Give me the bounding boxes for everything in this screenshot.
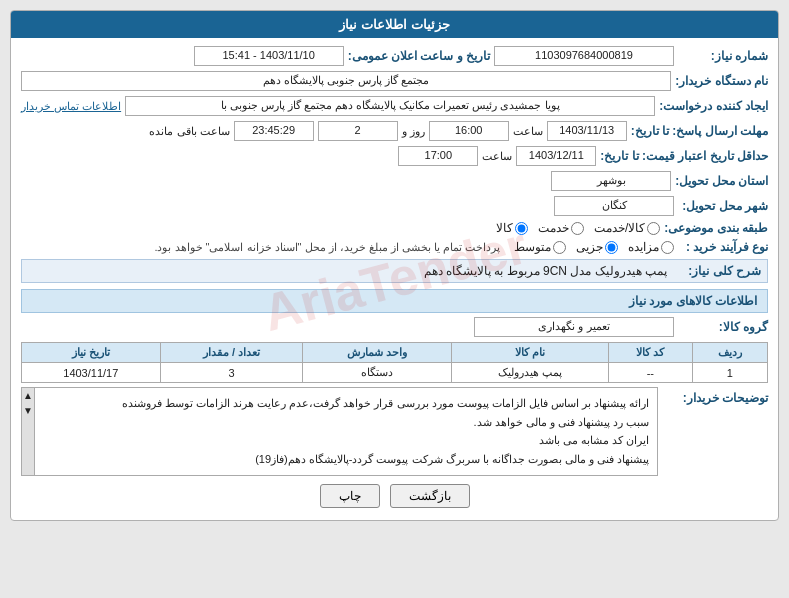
hadaqalSaat-value: 17:00 [398, 146, 478, 166]
radio-jozi[interactable]: جزیی [576, 240, 618, 254]
ijadKonande-label: ایجاد کننده درخواست: [659, 99, 768, 113]
back-button[interactable]: بازگشت [390, 484, 470, 508]
mohlatRooz-value: 2 [318, 121, 398, 141]
scroll-indicator: ▲ ▼ [21, 387, 35, 476]
ettelaatKala-title: اطلاعات کالاهای مورد نیاز [21, 289, 768, 313]
shahr-value: کنگان [554, 196, 674, 216]
tabaqebandi-radio-group: کالا خدمت کالا/خدمت [496, 221, 660, 235]
radio-mozayede[interactable]: مزایده [628, 240, 674, 254]
col-tarikh: تاریخ نیاز [22, 343, 161, 363]
sharh-label: شرح کلی نیاز: [671, 264, 761, 278]
namDastgah-value: مجتمع گاز پارس جنوبی پالایشگاه دهم [21, 71, 671, 91]
ostan-value: بوشهر [551, 171, 671, 191]
print-button[interactable]: چاپ [320, 484, 380, 508]
tarikh-value: 1403/11/10 - 15:41 [194, 46, 344, 66]
mohlatRooz-label: روز و [402, 125, 425, 138]
tozi-box: ارائه پیشنهاد بر اساس فایل الزامات پیوست… [21, 387, 658, 476]
panel-header: جزئیات اطلاعات نیاز [11, 11, 778, 38]
col-namKala: نام کالا [452, 343, 609, 363]
shahr-label: شهر محل تحویل: [678, 199, 768, 213]
ostan-label: استان محل تحویل: [675, 174, 768, 188]
mohlatSaatMande-label: ساعت باقی مانده [149, 125, 229, 138]
noeFarayand-radio-group: متوسط جزیی مزایده [514, 240, 674, 254]
panel-title: جزئیات اطلاعات نیاز [339, 17, 449, 32]
tozi-label: توضیحات خریدار: [678, 387, 768, 405]
mohlatErsalPasokh-label: مهلت ارسال پاسخ: تا تاریخ: [631, 124, 768, 138]
radio-motevaset[interactable]: متوسط [514, 240, 566, 254]
hadaqalSaat-label: ساعت [482, 150, 512, 163]
noeFarayand-label: نوع فرآیند خرید : [678, 240, 768, 254]
button-row: بازگشت چاپ [21, 484, 768, 508]
noeFarayand-desc: پرداخت تمام یا بخشی از مبلغ خرید، از محل… [154, 241, 500, 254]
tarikh-label: تاریخ و ساعت اعلان عمومی: [348, 49, 490, 63]
groupKala-value: تعمیر و نگهداری [474, 317, 674, 337]
col-tedad: تعداد / مقدار [160, 343, 303, 363]
tabaqebandi-label: طبقه بندی موضوعی: [664, 221, 768, 235]
sharh-value: پمپ هیدرولیک مدل 9CN مربوط به پالایشگاه … [28, 264, 667, 278]
groupKala-label: گروه کالا: [678, 320, 768, 334]
tozi-container: ▲ ▼ ارائه پیشنهاد بر اساس فایل الزامات پ… [21, 387, 674, 476]
hadaqalTarikh-label: حداقل تاریخ اعتبار قیمت: تا تاریخ: [600, 149, 768, 163]
ijadKonande-value: پویا جمشیدی رئیس تعمیرات مکانیک پالایشگا… [125, 96, 655, 116]
shomareNiaz-value: 1103097684000819 [494, 46, 674, 66]
mohlatSaat-label: ساعت [513, 125, 543, 138]
col-radif: ردیف [692, 343, 767, 363]
shomareNiaz-label: شماره نیاز: [678, 49, 768, 63]
items-table: ردیف کد کالا نام کالا واحد شمارش تعداد /… [21, 342, 768, 383]
namDastgah-label: نام دستگاه خریدار: [675, 74, 768, 88]
radio-khadamat[interactable]: خدمت [538, 221, 584, 235]
ettelaatTamas-link[interactable]: اطلاعات تماس خریدار [21, 100, 121, 113]
scroll-down-icon[interactable]: ▼ [21, 403, 35, 418]
hadaqalDate-value: 1403/12/11 [516, 146, 596, 166]
scroll-up-icon[interactable]: ▲ [21, 388, 35, 403]
col-kodKala: کد کالا [609, 343, 693, 363]
mohlatSaat-value: 16:00 [429, 121, 509, 141]
radio-kalaKhadamat[interactable]: کالا/خدمت [594, 221, 660, 235]
col-vahed: واحد شمارش [303, 343, 452, 363]
radio-kala[interactable]: کالا [496, 221, 528, 235]
table-row: 1--پمپ هیدرولیکدستگاه31403/11/17 [22, 363, 768, 383]
mohlatSaatMande-value: 23:45:29 [234, 121, 314, 141]
mohlatDate-value: 1403/11/13 [547, 121, 627, 141]
